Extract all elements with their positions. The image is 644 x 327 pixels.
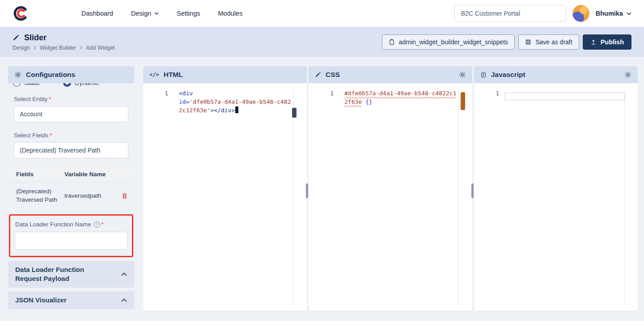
data-loader-input[interactable] [15,232,127,250]
main-nav: Dashboard Design Settings Modules [81,10,242,17]
configurations-header: Configurations [8,66,134,83]
radio-static-circle[interactable] [13,83,21,87]
avatar-image [572,5,589,22]
upload-icon [590,39,597,45]
brand-logo[interactable] [13,5,30,22]
javascript-editor-header: Javascript [474,66,638,83]
select-entity-input[interactable]: Account [14,106,128,122]
page-header: Slider Design Widget Builder Add Widget … [0,27,644,57]
css-code-area[interactable]: #dfe0b57a-d4a1-49ae-b548-c4822c12f63e {} [336,89,472,106]
variable-column-header: Variable Name [64,171,134,178]
chevron-right-icon [80,46,82,50]
chevron-up-icon [121,272,127,276]
chevron-right-icon [34,46,36,50]
html-editor-title: HTML [164,71,183,79]
save-draft-label: Save as draft [535,38,572,46]
nav-design[interactable]: Design [131,10,159,17]
select-fields-value: (Deprecated) Traversed Path [20,147,101,154]
html-editor-header: </> HTML [143,66,307,83]
css-editor-body: 1 #dfe0b57a-d4a1-49ae-b548-c4822c12f63e … [309,83,472,311]
topnav-right: B2C Customer Portal Bhumika [454,5,631,22]
resize-handle-css-js[interactable] [471,183,474,198]
nav-modules[interactable]: Modules [218,10,242,17]
radio-dynamic[interactable]: Dynamic [63,83,99,87]
css-scrollbar-track[interactable] [458,89,458,306]
save-icon [525,39,531,45]
user-menu[interactable]: Bhumika [596,10,631,17]
publish-button[interactable]: Publish [583,34,631,50]
page-title: Slider [24,33,47,42]
portal-selector[interactable]: B2C Customer Portal [454,5,566,22]
radio-static[interactable]: Static [13,83,40,87]
html-editor-body: 1 <divid='dfe0b57a-d4a1-49ae-b548-c4822c… [143,83,307,311]
nav-design-label: Design [131,10,151,17]
user-name: Bhumika [596,10,623,17]
chevron-up-icon [121,298,127,302]
mode-radio-row: Static Dynamic [13,83,134,87]
radio-dynamic-circle[interactable] [63,83,71,87]
top-navigation: Dashboard Design Settings Modules B2C Cu… [0,0,644,27]
html-scrollbar-track[interactable] [293,89,294,306]
clipboard-icon [389,38,395,45]
javascript-line-number: 1 [474,89,502,98]
css-annotation-marker[interactable] [461,92,465,110]
breadcrumb: Design Widget Builder Add Widget [13,45,115,51]
nav-settings[interactable]: Settings [177,10,200,17]
radio-dynamic-label: Dynamic [75,83,99,86]
required-asterisk: * [49,96,51,102]
nav-settings-label: Settings [177,10,200,17]
html-code-wrap: 1 <divid='dfe0b57a-d4a1-49ae-b548-c4822c… [143,83,307,115]
data-loader-highlight: Data Loader Function Name ? * [9,214,133,257]
snippets-button-label: admin_widget_builder_widget_snippets [399,38,508,46]
snippets-button[interactable]: admin_widget_builder_widget_snippets [382,34,515,50]
resize-handle-html-css[interactable] [306,183,308,198]
nav-modules-label: Modules [218,10,242,17]
select-fields-input[interactable]: (Deprecated) Traversed Path [14,142,128,158]
html-scrollbar-thumb[interactable] [292,108,297,118]
radio-static-label: Static [24,83,40,86]
chevron-down-icon [627,12,631,15]
avatar[interactable] [572,5,589,22]
nav-dashboard[interactable]: Dashboard [81,10,113,17]
fields-table-header: Fields Variable Name [8,166,134,182]
css-editor-title: CSS [326,71,340,79]
select-entity-value: Account [20,110,42,118]
trash-icon [121,192,128,200]
select-entity-label-text: Select Entity [14,96,47,102]
table-row: (Deprecated) Traversed Path traversedpat… [8,182,134,209]
save-draft-button[interactable]: Save as draft [518,34,579,50]
breadcrumb-add-widget[interactable]: Add Widget [86,45,115,51]
required-asterisk: * [102,221,104,228]
script-file-icon [480,72,487,78]
widget-builder-app: Dashboard Design Settings Modules B2C Cu… [0,0,644,327]
javascript-active-line[interactable] [504,93,625,100]
nav-dashboard-label: Dashboard [81,10,113,17]
publish-label: Publish [601,38,624,46]
title-row: Slider [13,33,115,42]
gear-icon[interactable] [624,71,631,78]
html-code-area[interactable]: <divid='dfe0b57a-d4a1-49ae-b548-c4822c12… [171,89,307,115]
section-json-visualizer-label: JSON Visualizer [15,296,67,305]
brand-logo-icon [13,5,29,21]
css-line-number: 1 [309,89,336,106]
help-question-icon[interactable]: ? [94,221,100,228]
fields-column-header: Fields [8,170,64,178]
data-loader-label: Data Loader Function Name ? * [15,221,127,228]
breadcrumb-design[interactable]: Design [13,45,30,51]
javascript-scrollbar-track[interactable] [624,89,625,306]
variable-cell: traversedpath [64,192,118,199]
configurations-panel: Configurations Static Dynamic Select Ent… [8,66,134,309]
gear-icon[interactable] [459,71,466,78]
mode-radio-group: Static Dynamic [8,83,134,89]
javascript-editor-body: 1 [474,83,638,311]
css-editor-header: CSS [309,66,472,83]
edit-pencil-icon [13,34,20,41]
required-asterisk: * [50,132,52,139]
configurations-title: Configurations [26,71,75,79]
main-content: Configurations Static Dynamic Select Ent… [0,57,644,321]
breadcrumb-widget-builder[interactable]: Widget Builder [40,45,76,51]
delete-field-button[interactable] [118,192,131,200]
html-editor-panel: </> HTML 1 <divid='dfe0b57a-d4a1-49ae-b5… [143,66,307,311]
section-request-payload[interactable]: Data Loader Function Request Payload [8,261,134,288]
section-json-visualizer[interactable]: JSON Visualizer [8,291,134,309]
